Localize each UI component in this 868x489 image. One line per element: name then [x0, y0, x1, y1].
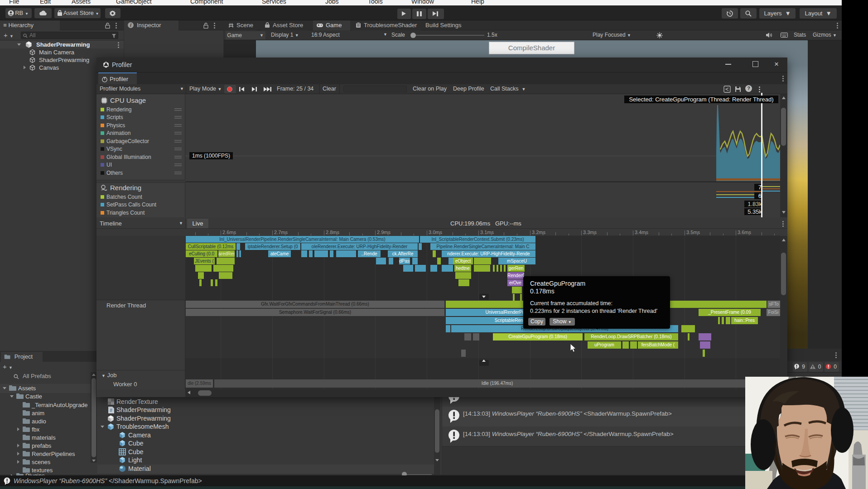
svg-text:#: #: [110, 408, 112, 413]
